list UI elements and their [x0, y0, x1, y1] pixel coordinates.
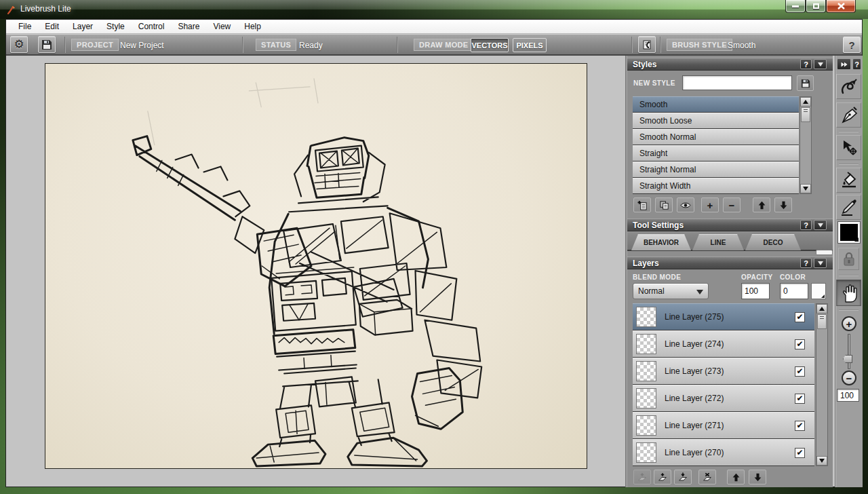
delete-layer-button[interactable] [698, 470, 716, 484]
dock-expand-button[interactable] [837, 58, 851, 70]
style-item-straight-normal[interactable]: Straight Normal [633, 162, 799, 178]
style-editor-icon [642, 39, 652, 50]
layer-row-273[interactable]: Line Layer (273) ✔ [633, 358, 814, 385]
duplicate-style-button[interactable] [655, 197, 673, 212]
scroll-down-button[interactable] [800, 184, 811, 193]
layer-visibility-checkbox[interactable]: ✔ [795, 421, 805, 431]
save-project-button[interactable] [38, 36, 56, 53]
tool-settings-help-button[interactable]: ? [800, 220, 812, 230]
zoom-level-input[interactable] [837, 389, 859, 402]
layers-scrollbar[interactable] [816, 303, 828, 466]
minimize-button[interactable] [785, 0, 806, 13]
scrollbar-thumb[interactable] [817, 314, 827, 329]
scroll-down-button[interactable] [816, 456, 827, 466]
move-style-up-button[interactable] [753, 197, 770, 212]
project-label: PROJECT [71, 39, 119, 51]
move-layer-up-button[interactable] [727, 470, 745, 484]
menu-view[interactable]: View [206, 20, 237, 34]
collapse-icon [818, 223, 823, 227]
eyedropper-icon [840, 198, 859, 217]
duplicate-icon [659, 200, 669, 210]
layer-thumbnail [636, 415, 656, 436]
pen-tool-button[interactable] [836, 102, 861, 128]
vectors-mode-button[interactable]: VECTORS [471, 38, 509, 52]
layer-color-swatch[interactable] [811, 283, 826, 299]
layer-row-271[interactable]: Line Layer (271) ✔ [633, 412, 814, 439]
menu-control[interactable]: Control [132, 20, 172, 34]
layers-help-button[interactable]: ? [800, 258, 812, 268]
layer-visibility-checkbox[interactable]: ✔ [795, 394, 805, 404]
dock-help-button[interactable]: ? [852, 58, 861, 70]
move-layer-down-button[interactable] [749, 470, 766, 484]
new-style-input[interactable] [682, 75, 792, 90]
layer-row-274[interactable]: Line Layer (274) ✔ [633, 330, 814, 358]
layer-visibility-checkbox[interactable]: ✔ [795, 448, 805, 458]
scroll-up-button[interactable] [800, 97, 811, 107]
zoom-in-button[interactable]: + [842, 316, 856, 331]
zoom-slider-track[interactable] [848, 334, 850, 369]
menu-layer[interactable]: Layer [66, 20, 100, 34]
brush-icon [840, 77, 859, 96]
add-style-button[interactable]: + [701, 197, 719, 212]
dock-separator [839, 131, 859, 132]
maximize-button[interactable] [806, 0, 826, 13]
move-tool-button[interactable] [836, 135, 861, 160]
toolbar-separator [631, 37, 633, 53]
scroll-up-button[interactable] [816, 304, 827, 314]
close-button[interactable] [826, 0, 856, 13]
menu-style[interactable]: Style [100, 20, 132, 34]
tool-settings-resize-grip[interactable] [816, 250, 833, 255]
new-layer-icon [637, 472, 648, 482]
blend-mode-dropdown[interactable]: Normal [633, 283, 709, 299]
menu-help[interactable]: Help [237, 20, 268, 34]
toolbar-help-button[interactable]: ? [843, 37, 861, 53]
title-bar[interactable]: Livebrush Lite [0, 0, 868, 19]
scrollbar-thumb[interactable] [801, 107, 810, 122]
layer-row-275[interactable]: Line Layer (275) ✔ [633, 303, 814, 330]
swatch-corner-icon [850, 238, 859, 242]
menu-file[interactable]: File [12, 20, 38, 34]
styles-scrollbar[interactable] [800, 96, 812, 194]
menu-edit[interactable]: Edit [38, 20, 66, 34]
remove-style-button[interactable]: − [723, 197, 741, 212]
layers-collapse-button[interactable] [814, 258, 827, 268]
style-item-smooth-loose[interactable]: Smooth Loose [633, 113, 799, 129]
new-style-doc-button[interactable] [633, 197, 651, 212]
menu-share[interactable]: Share [171, 20, 206, 34]
style-item-straight-width[interactable]: Straight Width [633, 178, 799, 194]
fill-tool-button[interactable] [836, 168, 861, 193]
layer-visibility-checkbox[interactable]: ✔ [795, 366, 805, 377]
edit-brush-style-button[interactable] [638, 36, 656, 53]
tab-line[interactable]: LINE [692, 234, 744, 250]
style-item-straight[interactable]: Straight [633, 145, 799, 162]
merge-layer-down-button[interactable] [674, 470, 692, 484]
layer-visibility-checkbox[interactable]: ✔ [795, 312, 805, 322]
style-item-smooth-normal[interactable]: Smooth Normal [633, 129, 799, 145]
opacity-input[interactable] [741, 283, 770, 299]
styles-collapse-button[interactable] [814, 59, 827, 69]
style-item-smooth[interactable]: Smooth [633, 96, 799, 113]
save-style-button[interactable] [797, 75, 814, 91]
color-picker-swatch[interactable] [838, 222, 860, 243]
add-layer-button[interactable] [654, 470, 671, 484]
styles-help-button[interactable]: ? [800, 59, 812, 69]
eyedropper-tool-button[interactable] [836, 195, 861, 220]
move-style-down-button[interactable] [774, 197, 792, 212]
drawing-canvas[interactable] [45, 63, 587, 469]
tab-deco[interactable]: DECO [745, 234, 801, 250]
layer-row-272[interactable]: Line Layer (272) ✔ [633, 385, 814, 412]
toolbar-separator [660, 37, 661, 53]
layer-visibility-checkbox[interactable]: ✔ [795, 339, 805, 349]
pixels-mode-button[interactable]: PIXELS [513, 38, 547, 52]
brush-tool-button[interactable] [836, 74, 861, 99]
layer-row-270[interactable]: Line Layer (270) ✔ [633, 439, 814, 466]
eye-icon [680, 202, 691, 209]
tab-behavior[interactable]: BEHAVIOR [631, 234, 691, 250]
settings-button[interactable]: ⚙ [10, 36, 28, 53]
tool-settings-collapse-button[interactable] [814, 220, 827, 230]
hand-tool-button[interactable] [836, 280, 861, 306]
zoom-out-button[interactable]: − [842, 370, 856, 385]
preview-style-button[interactable] [677, 197, 694, 212]
lock-icon [842, 252, 856, 267]
color-input[interactable] [780, 283, 808, 299]
